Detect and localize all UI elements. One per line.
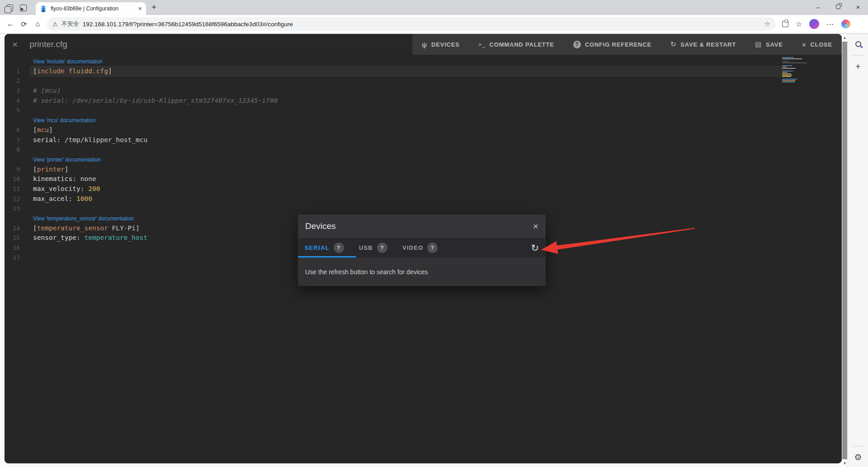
tab-title: flyos-83b69e | Configuration [51,5,135,12]
code-token: kinematics: [33,175,76,182]
refresh-devices-icon[interactable]: ↻ [531,243,539,253]
active-tab-underline [298,256,356,257]
code-token: max_velocity: [33,185,85,192]
line-number: 16 [5,243,20,253]
code-line-6[interactable]: 6[mcu] [5,125,842,135]
window-restore-button[interactable] [828,0,848,14]
code-token: # serial: /dev/serial/by-id/usb-Klipper_… [33,97,278,104]
sidebar-settings-icon[interactable]: ⚙ [854,452,862,462]
code-line-13[interactable]: 13 [5,204,842,214]
devices-dialog-header: Devices × [298,214,546,238]
code-token: # [mcu] [33,87,61,94]
code-line-11[interactable]: 11max_velocity: 200 [5,184,842,194]
window-close-button[interactable]: × [848,0,868,14]
scroll-down-icon[interactable]: ▼ [843,460,847,467]
sidebar-add-icon[interactable]: + [855,61,861,72]
window-minimize-button[interactable]: – [808,0,828,14]
back-icon[interactable]: ← [4,20,17,28]
minimap-line [782,72,788,73]
tab-actions-icon[interactable] [20,5,27,11]
tab-usb[interactable]: USB? [359,243,387,253]
favorites-icon[interactable]: ☆ [796,20,802,29]
code-line-7[interactable]: 7serial: /tmp/klipper_host_mcu [5,135,842,145]
line-content: max_accel: 1000 [33,194,92,204]
sidebar-search-icon[interactable] [855,41,861,47]
browser-tab-strip: flyos-83b69e | Configuration × + – × [0,0,868,15]
code-token: [ [33,224,37,232]
line-number: 1 [5,67,20,76]
minimap-line [782,75,792,76]
code-token: sensor_type: [33,234,80,241]
code-token: printer [37,166,65,173]
save-restart-icon: ↻ [670,40,676,48]
browser-tab[interactable]: flyos-83b69e | Configuration × [36,2,146,15]
code-line-12[interactable]: 12max_accel: 1000 [5,194,842,204]
code-line-1[interactable]: 1[include fluidd.cfg] [5,67,842,76]
tab-label: VIDEO [402,244,423,251]
code-line-9[interactable]: 9[printer] [5,165,842,175]
minimap-line [782,73,791,74]
profile-avatar[interactable] [809,19,819,29]
editor-toolbar: × printer.cfg ψDEVICES>_COMMAND PALETTE?… [5,34,842,55]
editor-file-title: printer.cfg [29,39,67,49]
home-icon[interactable]: ⌂ [31,20,44,28]
line-number: 13 [5,204,20,214]
reload-icon[interactable]: ⟳ [17,20,31,29]
toolbar-button-save-restart[interactable]: ↻SAVE & RESTART [661,34,745,55]
code-line-8[interactable]: 8 [5,145,842,155]
line-number: 15 [5,233,20,243]
browser-address-bar: ← ⟳ ⌂ ⚠ 不安全 192.168.101.179/f/?printer=3… [0,15,868,33]
scrollbar-thumb[interactable] [842,42,847,459]
toolbar-button-save[interactable]: ▤SAVE [745,34,793,55]
toolbar-button-config-reference[interactable]: ?CONFIG REFERENCE [564,34,661,55]
line-number: 6 [5,125,20,135]
devices-dialog: Devices × SERIAL?USB?VIDEO?↻ Use the ref… [298,214,546,286]
browser-menu-icon[interactable]: ⋯ [826,20,834,29]
editor-close-icon[interactable]: × [12,39,18,50]
codelens-link[interactable]: View 'include' documentation [33,57,842,67]
extensions-icon[interactable] [782,21,788,27]
toolbar-button-label: COMMAND PALETTE [490,41,554,48]
codelens-link[interactable]: View 'mcu' documentation [33,115,842,125]
page-scrollbar[interactable]: ▲ ▼ [842,34,848,467]
line-number: 14 [5,224,20,234]
devices-dialog-close-icon[interactable]: × [533,221,538,232]
toolbar-button-label: DEVICES [431,41,460,48]
line-number: 7 [5,135,20,145]
code-token [72,195,76,202]
close-icon: × [802,41,807,48]
workspaces-icon[interactable] [6,5,13,11]
line-number: 8 [5,145,20,155]
editor-minimap[interactable] [782,57,814,83]
bookmark-star-icon[interactable]: ☆ [764,20,770,28]
toolbar-button-close[interactable]: ×CLOSE [793,34,842,55]
copilot-icon[interactable] [841,19,850,29]
code-token [85,185,89,192]
code-line-2[interactable]: 2 [5,76,842,86]
save-icon: ▤ [755,40,762,48]
url-input[interactable]: ⚠ 不安全 192.168.101.179/f/?printer=36756b1… [47,17,776,31]
security-label[interactable]: 不安全 [61,20,79,28]
sidebar-divider [852,446,864,447]
tab-video[interactable]: VIDEO? [402,243,438,253]
command-palette-icon: >_ [479,42,486,48]
code-line-3[interactable]: 3# [mcu] [5,86,842,96]
scroll-up-icon[interactable]: ▲ [843,34,847,41]
toolbar-button-command-palette[interactable]: >_COMMAND PALETTE [469,34,564,55]
code-line-10[interactable]: 10kinematics: none [5,174,842,184]
toolbar-button-label: CLOSE [810,41,832,48]
tab-serial[interactable]: SERIAL? [305,243,344,253]
code-token: [ [33,166,37,173]
code-line-5[interactable]: 5 [5,105,842,115]
line-content: [include fluidd.cfg] [33,67,112,76]
url-text[interactable]: 192.168.101.179/f/?printer=36756b12459d5… [83,21,761,28]
code-line-4[interactable]: 4# serial: /dev/serial/by-id/usb-Klipper… [5,96,842,106]
tab-help-badge[interactable]: ? [377,243,387,253]
tab-close-icon[interactable]: × [138,5,142,12]
code-token: 200 [88,185,100,192]
new-tab-button[interactable]: + [146,2,163,15]
tab-help-badge[interactable]: ? [334,243,344,253]
tab-help-badge[interactable]: ? [427,243,438,253]
codelens-link[interactable]: View 'printer' documentation [33,155,842,165]
toolbar-button-devices[interactable]: ψDEVICES [412,34,469,55]
